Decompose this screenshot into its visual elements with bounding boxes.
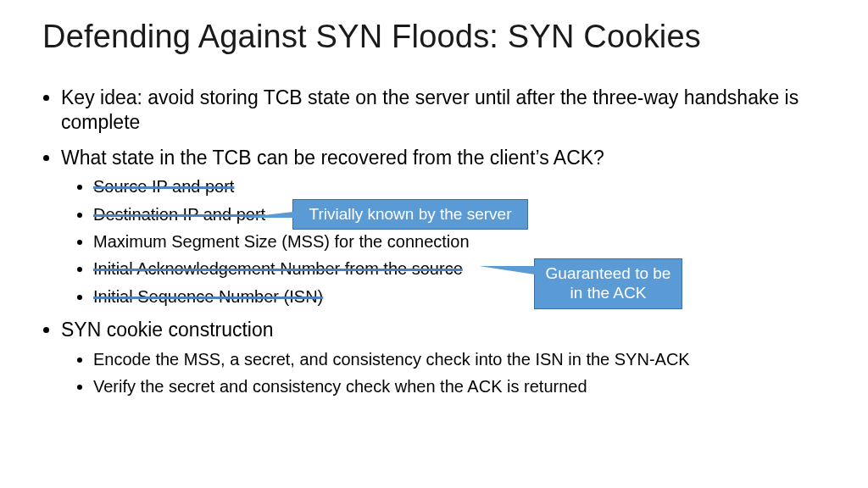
sub-source-ip: Source IP and port xyxy=(93,175,826,197)
sub-list-construction: Encode the MSS, a secret, and consistenc… xyxy=(61,348,826,398)
callout-ack-text: Guaranteed to be in the ACK xyxy=(543,264,673,303)
bullet-list: Key idea: avoid storing TCB state on the… xyxy=(42,86,826,397)
bullet-cookie-construction: SYN cookie construction Encode the MSS, … xyxy=(61,318,826,397)
bullet-cookie-construction-text: SYN cookie construction xyxy=(61,319,274,341)
sub-encode: Encode the MSS, a secret, and consistenc… xyxy=(93,348,826,370)
slide: Defending Against SYN Floods: SYN Cookie… xyxy=(0,0,868,488)
slide-title: Defending Against SYN Floods: SYN Cookie… xyxy=(42,19,826,55)
sub-init-ack-text: Initial Acknowledgement Number from the … xyxy=(93,259,463,278)
sub-list-state: Source IP and port Destination IP and po… xyxy=(61,175,826,308)
callout-trivial-text: Trivially known by the server xyxy=(309,205,512,225)
bullet-what-state-text: What state in the TCB can be recovered f… xyxy=(61,147,604,169)
sub-dest-ip-text: Destination IP and port xyxy=(93,205,265,224)
callout-trivial: Trivially known by the server xyxy=(292,199,528,230)
sub-mss: Maximum Segment Size (MSS) for the conne… xyxy=(93,230,826,252)
callout-tail xyxy=(479,266,535,274)
callout-ack: Guaranteed to be in the ACK xyxy=(534,258,682,309)
sub-init-ack: Initial Acknowledgement Number from the … xyxy=(93,258,826,280)
sub-verify: Verify the secret and consistency check … xyxy=(93,375,826,397)
sub-isn-text: Initial Sequence Number (ISN) xyxy=(93,287,323,306)
sub-isn: Initial Sequence Number (ISN) xyxy=(93,286,826,308)
callout-tail xyxy=(241,212,293,218)
bullet-key-idea: Key idea: avoid storing TCB state on the… xyxy=(61,86,826,136)
sub-source-ip-text: Source IP and port xyxy=(93,177,234,196)
